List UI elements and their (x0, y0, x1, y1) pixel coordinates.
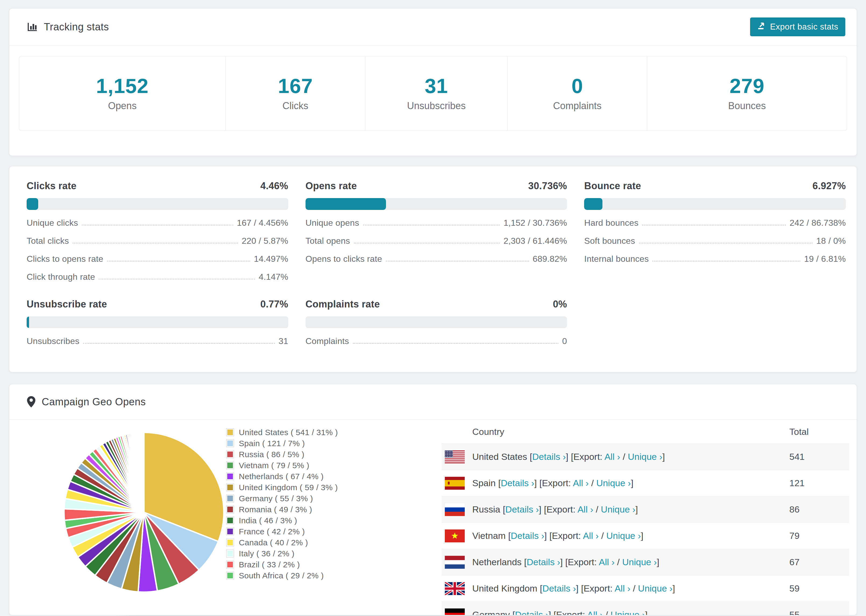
legend-label: Canada ( 40 / 2% ) (239, 538, 308, 547)
rate-head: Bounce rate 6.927% (584, 180, 846, 192)
rate-block-complaints-rate: Complaints rate 0% Complaints 0 (305, 299, 567, 346)
export-unique-link[interactable]: Unique › (628, 451, 663, 462)
stat-value: 279 (650, 74, 844, 97)
rate-head: Unsubscribe rate 0.77% (27, 299, 288, 310)
rate-progress-bar (27, 316, 288, 328)
stat-label: Complaints (510, 100, 644, 112)
legend-label: Russia ( 86 / 5% ) (239, 450, 304, 459)
stat-label: Unsubscribes (368, 100, 505, 112)
details-link[interactable]: Details › (515, 610, 549, 616)
country-cell: Germany [Details ›] [Export: All › / Uni… (472, 610, 789, 616)
rate-row-value: 31 (279, 336, 288, 346)
country-total: 86 (789, 504, 849, 515)
rate-title: Unsubscribe rate (27, 299, 107, 310)
bar-chart-icon (27, 21, 38, 33)
export-all-link[interactable]: All › (599, 557, 615, 567)
rate-row: Complaints 0 (305, 336, 567, 346)
export-unique-link[interactable]: Unique › (596, 478, 631, 488)
rate-head: Clicks rate 4.46% (27, 180, 288, 192)
pie-slice-other-47 (143, 432, 144, 512)
export-unique-link[interactable]: Unique › (606, 531, 641, 541)
details-link[interactable]: Details › (542, 583, 576, 593)
country-total: 121 (789, 478, 849, 488)
rate-value: 4.46% (260, 180, 288, 192)
export-unique-link[interactable]: Unique › (601, 504, 636, 514)
details-link[interactable]: Details › (532, 451, 566, 462)
rate-block-unsubscribe-rate: Unsubscribe rate 0.77% Unsubscribes 31 (27, 299, 288, 346)
export-unique-link[interactable]: Unique › (638, 583, 672, 593)
dotted-leader (652, 261, 800, 261)
flag-de-icon (442, 608, 472, 616)
table-row-netherlands: Netherlands [Details ›] [Export: All › /… (442, 549, 849, 575)
export-basic-stats-button[interactable]: Export basic stats (750, 17, 845, 36)
rate-row-label: Hard bounces (584, 218, 638, 228)
map-pin-icon (27, 396, 36, 408)
legend-label: Spain ( 121 / 7% ) (239, 439, 305, 448)
legend-item-united-states: United States ( 541 / 31% ) (226, 427, 378, 438)
rate-row-value: 0 (562, 336, 567, 346)
export-label: Export: (556, 610, 585, 616)
tracking-stats-header: Tracking stats Export basic stats (9, 9, 857, 46)
rate-row: Click through rate 4.147% (27, 272, 288, 282)
details-link[interactable]: Details › (511, 531, 544, 541)
export-all-link[interactable]: All › (614, 583, 630, 593)
country-cell: Spain [Details ›] [Export: All › / Uniqu… (472, 478, 789, 488)
legend-label: Netherlands ( 67 / 4% ) (239, 472, 324, 481)
flag-gb-icon (442, 582, 472, 595)
export-all-link[interactable]: All › (587, 610, 603, 616)
legend-swatch (226, 528, 234, 535)
details-link[interactable]: Details › (527, 557, 560, 567)
legend-label: United Kingdom ( 59 / 3% ) (239, 483, 338, 492)
dotted-leader (642, 225, 786, 225)
rate-progress-bar (584, 198, 846, 210)
rate-row-label: Internal bounces (584, 254, 649, 264)
rate-block-opens-rate: Opens rate 30.736% Unique opens 1,152 / … (305, 180, 567, 282)
legend-item-germany: Germany ( 55 / 3% ) (226, 493, 378, 504)
legend-item-spain: Spain ( 121 / 7% ) (226, 438, 378, 449)
country-column-header: Country (442, 426, 789, 437)
export-all-link[interactable]: All › (578, 504, 593, 514)
legend-label: France ( 42 / 2% ) (239, 527, 305, 536)
rate-progress-fill (584, 198, 602, 210)
stat-cell-complaints: 0 Complaints (507, 57, 647, 130)
legend-label: Germany ( 55 / 3% ) (239, 494, 313, 503)
export-unique-link[interactable]: Unique › (611, 610, 645, 616)
geo-legend: United States ( 541 / 31% ) Spain ( 121 … (226, 427, 378, 581)
rate-row-value: 1,152 / 30.736% (504, 218, 567, 228)
geo-pie-chart (9, 420, 226, 596)
country-total: 59 (789, 583, 849, 594)
legend-item-united-kingdom: United Kingdom ( 59 / 3% ) (226, 482, 378, 493)
geo-card-title: Campaign Geo Opens (42, 396, 146, 408)
country-cell: United Kingdom [Details ›] [Export: All … (472, 583, 789, 594)
legend-swatch (226, 517, 234, 524)
dotted-leader (353, 343, 559, 344)
dotted-leader (354, 243, 500, 244)
summary-stats-group: 1,152 Opens167 Clicks31 Unsubscribes0 Co… (19, 56, 847, 131)
export-all-link[interactable]: All › (604, 451, 620, 462)
legend-swatch (226, 451, 234, 458)
rate-row: Unique opens 1,152 / 30.736% (305, 218, 567, 228)
country-name: Germany (472, 610, 510, 616)
export-all-link[interactable]: All › (583, 531, 599, 541)
rate-row-label: Total clicks (27, 236, 69, 246)
legend-swatch (226, 550, 234, 558)
rate-title: Opens rate (305, 180, 357, 192)
table-row-united-kingdom: United Kingdom [Details ›] [Export: All … (442, 575, 849, 602)
details-link[interactable]: Details › (505, 504, 539, 514)
rates-card: Clicks rate 4.46% Unique clicks 167 / 4.… (9, 166, 857, 372)
country-name: United Kingdom (472, 583, 537, 593)
export-unique-link[interactable]: Unique › (622, 557, 657, 567)
rate-row-label: Unique opens (305, 218, 359, 228)
legend-swatch (226, 506, 234, 513)
rate-row-value: 220 / 5.87% (242, 236, 288, 246)
details-link[interactable]: Details › (501, 478, 534, 488)
rate-row-label: Unique clicks (27, 218, 78, 228)
legend-swatch (226, 572, 234, 580)
rate-progress-fill (305, 198, 386, 210)
rate-row: Total clicks 220 / 5.87% (27, 236, 288, 246)
rate-title: Clicks rate (27, 180, 76, 192)
export-button-label: Export basic stats (770, 22, 838, 32)
country-cell: Netherlands [Details ›] [Export: All › /… (472, 557, 789, 567)
tracking-stats-card: Tracking stats Export basic stats 1,152 … (9, 8, 857, 156)
export-all-link[interactable]: All › (573, 478, 589, 488)
